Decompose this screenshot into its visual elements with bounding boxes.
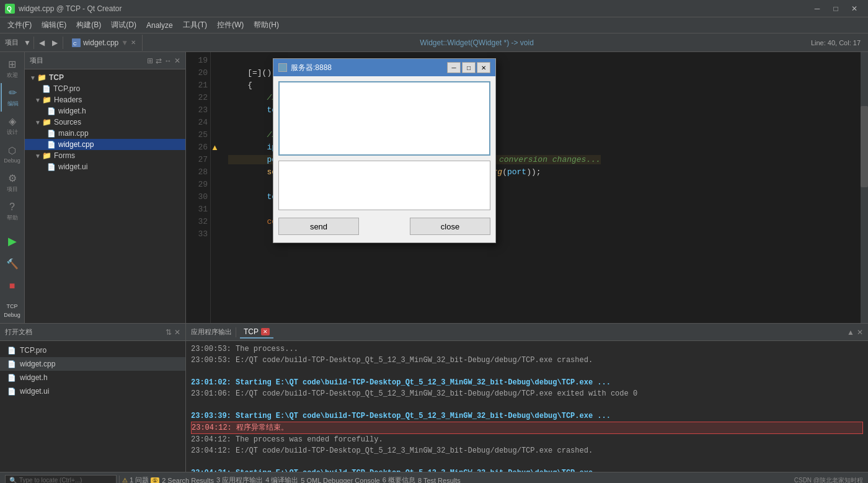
project-label: 项目 (2, 38, 21, 47)
widget-h-icon: 📄 (7, 374, 16, 382)
minimize-btn[interactable]: ─ (808, 2, 826, 15)
dialog-close-btn[interactable]: ✕ (477, 62, 490, 73)
open-docs-header: 打开文档 ⇅ ✕ (0, 324, 185, 341)
status-test[interactable]: 8 Test Results (418, 477, 461, 484)
tab-close-btn[interactable]: ✕ (131, 39, 136, 46)
project-panel-header: 项目 ⊞ ⇄ ↔ ✕ (25, 52, 185, 69)
open-docs-list: 📄 TCP.pro 📄 widget.cpp 📄 widget.h 📄 widg… (0, 341, 185, 472)
output-content[interactable]: 23:00:53: The process... 23:00:53: E:/QT… (186, 341, 868, 472)
menu-tools[interactable]: 工具(T) (178, 17, 212, 33)
forms-folder-icon: 📁 (42, 151, 51, 160)
sidebar-item-design[interactable]: ◈ 设计 (1, 112, 24, 140)
tree-label-sources: Sources (54, 118, 81, 126)
h-file-icon: 📄 (47, 107, 56, 115)
menu-analyze[interactable]: Analyze (141, 19, 178, 32)
file-tab-widget-cpp[interactable]: C widget.cpp ▼ ✕ (66, 35, 143, 51)
tree-item-main-cpp[interactable]: 📄 main.cpp (25, 128, 185, 139)
tree-item-widget-ui[interactable]: 📄 widget.ui (25, 161, 185, 172)
docs-item-widget-ui[interactable]: 📄 widget.ui (0, 384, 185, 398)
dialog-close-action-btn[interactable]: close (410, 218, 490, 235)
bottom-area: 打开文档 ⇅ ✕ 📄 TCP.pro 📄 widget.cpp 📄 widget… (0, 323, 868, 472)
open-docs-close-btn[interactable]: ✕ (174, 328, 180, 337)
svg-text:C: C (73, 41, 77, 47)
output-panel-header: 应用程序输出 TCP ✕ ▲ ✕ (186, 324, 868, 341)
tree-item-tcp[interactable]: ▼ 📁 TCP (25, 72, 185, 83)
output-tab-tcp-label: TCP (244, 327, 259, 336)
issues-icon: ⚠ (122, 477, 128, 483)
dialog-minimize-btn[interactable]: ─ (447, 62, 461, 73)
nav-prev-btn[interactable]: ◀ (37, 38, 47, 47)
panel-filter-btn[interactable]: ⊞ (147, 56, 153, 65)
menu-file[interactable]: 文件(F) (2, 17, 37, 33)
status-search[interactable]: 2 Search Results (162, 477, 214, 484)
tree-item-headers[interactable]: ▼ 📁 Headers (25, 94, 185, 105)
search-box[interactable]: 🔍 Type to locate (Ctrl+...) (5, 475, 117, 484)
panel-expand-btn[interactable]: ↔ (164, 56, 172, 65)
project-tree: ▼ 📁 TCP 📄 TCP.pro ▼ 📁 Headers 📄 wi (25, 69, 185, 323)
output-controls: ▲ ✕ (847, 328, 863, 337)
menu-build[interactable]: 构建(B) (71, 17, 106, 33)
open-docs-sort-btn[interactable]: ⇅ (166, 328, 172, 337)
docs-item-widget-cpp[interactable]: 📄 widget.cpp (0, 357, 185, 371)
status-output[interactable]: 3 应用程序输出 (216, 476, 263, 483)
statusbar: 🔍 Type to locate (Ctrl+...) ⚠ 1 问题 ① 2 S… (0, 472, 868, 483)
output-line-12: 23:04:21: Starting E:\QT code\build-TCP-… (191, 467, 863, 472)
status-general[interactable]: 6 概要信息 (383, 476, 415, 483)
editor-vscroll[interactable] (861, 52, 868, 323)
output-tcp-close-badge[interactable]: ✕ (261, 328, 270, 335)
sidebar-item-debug[interactable]: ⬡ Debug (1, 140, 24, 169)
status-issues[interactable]: ⚠ 1 问题 ① (122, 476, 159, 483)
run-btn[interactable]: ▶ (1, 230, 24, 252)
dialog-display-area[interactable] (278, 81, 490, 156)
status-compile[interactable]: 4 编译输出 (265, 476, 298, 483)
tree-item-sources[interactable]: ▼ 📁 Sources (25, 117, 185, 128)
widget-ui-icon: 📄 (7, 388, 16, 396)
tree-item-widget-cpp[interactable]: 📄 widget.cpp (25, 139, 185, 150)
nav-next-btn[interactable]: ▶ (50, 38, 60, 47)
output-line-8: 23:04:12: 程序异常结束。 (191, 422, 863, 434)
line-col-indicator: Line: 40, Col: 17 (811, 39, 866, 47)
dialog-input-area[interactable] (278, 161, 490, 210)
sidebar-item-help[interactable]: ? 帮助 (1, 197, 24, 226)
close-btn[interactable]: ✕ (846, 2, 863, 15)
output-line-11 (191, 456, 863, 467)
tree-item-tcp-pro[interactable]: 📄 TCP.pro (25, 83, 185, 94)
dialog-body: send close (273, 76, 495, 242)
tree-item-forms[interactable]: ▼ 📁 Forms (25, 150, 185, 161)
menu-widgets[interactable]: 控件(W) (212, 17, 249, 33)
stop-btn[interactable]: ■ (1, 275, 24, 297)
status-qml[interactable]: 5 QML Debugger Console (301, 477, 379, 484)
cpp-file-icon: C (72, 38, 81, 47)
docs-label-tcp-pro: TCP.pro (20, 346, 46, 355)
tree-label-forms: Forms (54, 151, 75, 160)
docs-label-widget-ui: widget.ui (20, 387, 49, 396)
output-scroll-up-btn[interactable]: ▲ (847, 328, 854, 337)
build-btn[interactable]: 🔨 (1, 252, 24, 275)
toolbar-settings-btn[interactable]: ▼ (24, 38, 31, 47)
output-tab-tcp[interactable]: TCP ✕ (240, 326, 273, 339)
dialog-window: 服务器:8888 ─ □ ✕ send close (273, 58, 496, 243)
docs-label-widget-cpp: widget.cpp (20, 360, 55, 368)
output-line-2: 23:00:53: E:/QT code/build-TCP-Desktop_Q… (191, 355, 863, 366)
tree-arrow-tcp: ▼ (30, 74, 37, 81)
output-line-5: 23:01:06: E:/QT code/build-TCP-Desktop_Q… (191, 388, 863, 399)
docs-item-tcp-pro[interactable]: 📄 TCP.pro (0, 343, 185, 357)
docs-item-widget-h[interactable]: 📄 widget.h (0, 371, 185, 384)
dialog-send-btn[interactable]: send (278, 218, 359, 235)
menu-edit[interactable]: 编辑(E) (37, 17, 71, 33)
menu-debug[interactable]: 调试(D) (106, 17, 141, 33)
tree-item-widget-h[interactable]: 📄 widget.h (25, 105, 185, 117)
tree-label-widget-ui: widget.ui (58, 162, 87, 171)
maximize-btn[interactable]: □ (827, 2, 844, 15)
menubar: 文件(F) 编辑(E) 构建(B) 调试(D) Analyze 工具(T) 控件… (0, 17, 868, 33)
sidebar-item-welcome[interactable]: ⊞ 欢迎 (1, 55, 24, 83)
dialog-maximize-btn[interactable]: □ (462, 62, 476, 73)
panel-close-btn[interactable]: ✕ (174, 56, 180, 65)
panel-sync-btn[interactable]: ⇄ (156, 56, 162, 65)
menu-help[interactable]: 帮助(H) (249, 17, 284, 33)
tree-label-widget-cpp: widget.cpp (58, 140, 94, 149)
sidebar-item-edit[interactable]: ✏ 编辑 (1, 83, 24, 112)
sidebar-item-project[interactable]: ⚙ 项目 (1, 169, 24, 197)
output-close-btn[interactable]: ✕ (857, 328, 863, 337)
tree-label-main-cpp: main.cpp (58, 129, 89, 138)
